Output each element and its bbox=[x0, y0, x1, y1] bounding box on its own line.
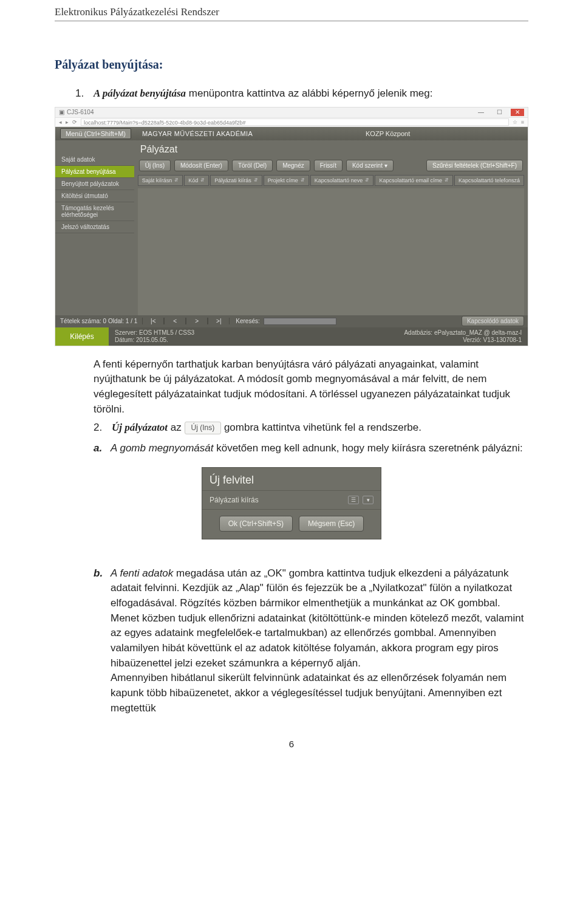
list-item-1: 1. A pályázat benyújtása menüpontra katt… bbox=[75, 86, 528, 101]
record-count: Tételek száma: 0 Oldal: 1 / 1 bbox=[55, 318, 142, 324]
dialog-field-row: Pályázati kiírás ☰ ▾ bbox=[202, 490, 381, 509]
cancel-button[interactable]: Mégsem (Esc) bbox=[299, 516, 364, 532]
nav-back-icon[interactable]: ◂ bbox=[59, 119, 62, 125]
sidebar-item-tamogatas[interactable]: Támogatás kezelés elérhetőségei bbox=[55, 202, 134, 221]
related-data-button[interactable]: Kapcsolódó adatok bbox=[462, 316, 524, 326]
page-number: 6 bbox=[55, 739, 528, 749]
list-item-b: b. A fenti adatok megadása után az „OK" … bbox=[94, 566, 528, 716]
sort-icon: ⇵ bbox=[254, 177, 258, 183]
edit-button[interactable]: Módosít (Enter) bbox=[174, 160, 228, 171]
exit-button[interactable]: Kilépés bbox=[55, 327, 109, 346]
dialog-buttons: Ok (Ctrl+Shift+S) Mégsem (Esc) bbox=[202, 509, 381, 539]
col-kod[interactable]: Kód⇵ bbox=[184, 175, 209, 186]
sidebar-item-palyazat-benyujtasa[interactable]: Pályázat benyújtása bbox=[55, 166, 134, 178]
col-palyazati-kiiras[interactable]: Pályázati kiírás⇵ bbox=[210, 175, 262, 186]
main-panel: Pályázat Új (Ins) Módosít (Enter) Töröl … bbox=[134, 140, 528, 315]
new-button[interactable]: Új (Ins) bbox=[139, 160, 171, 171]
screenshot-app: ▣ CJS-6104 — ☐ ✕ ◂ ▸ ⟳ localhost:7779/Ma… bbox=[55, 107, 528, 346]
list-number: 1. bbox=[75, 86, 94, 101]
paragraph-after-shot1: A fenti képernyőn tarthatjuk karban beny… bbox=[94, 357, 528, 417]
emph: A gomb megnyomását bbox=[111, 442, 213, 454]
col-kapcs-email[interactable]: Kapcsolattartó email címe⇵ bbox=[375, 175, 453, 186]
ver-value: V13-130708-1 bbox=[483, 337, 522, 343]
screenshot-dialog: Új felvitel Pályázati kiírás ☰ ▾ Ok (Ctr… bbox=[202, 467, 381, 539]
text: menüpontra kattintva az alábbi képernyő … bbox=[186, 87, 432, 99]
chevron-down-icon[interactable]: ▾ bbox=[363, 496, 373, 504]
server-label: Szerver: bbox=[115, 329, 137, 336]
db-label: Adatbázis: bbox=[404, 329, 432, 336]
menu-button[interactable]: Menü (Ctrl+Shift+M) bbox=[60, 128, 131, 139]
text: megadása után az „OK" gombra kattintva t… bbox=[111, 567, 523, 714]
sidebar-item-sajat-adatok[interactable]: Saját adatok bbox=[55, 154, 134, 166]
browser-tab[interactable]: ▣ CJS-6104 bbox=[59, 109, 94, 115]
pager-first[interactable]: |< bbox=[142, 318, 164, 324]
date-value: 2015.05.05. bbox=[136, 337, 168, 343]
section-title: Pályázat benyújtása: bbox=[55, 58, 528, 72]
header-rule bbox=[55, 21, 528, 21]
nav-reload-icon[interactable]: ⟳ bbox=[72, 119, 77, 125]
app-title: MAGYAR MŰVÉSZETI AKADÉMIA bbox=[142, 130, 253, 137]
doc-header: Elektronikus Pályázatkezelési Rendszer bbox=[55, 6, 528, 21]
sort-icon: ⇵ bbox=[174, 177, 179, 183]
search-input[interactable] bbox=[264, 318, 336, 325]
filter-button[interactable]: Szűrési feltételek (Ctrl+Shift+F) bbox=[426, 160, 523, 171]
sort-button[interactable]: Kód szerint ▾ bbox=[346, 160, 394, 171]
app-topbar: Menü (Ctrl+Shift+M) MAGYAR MŰVÉSZETI AKA… bbox=[55, 127, 528, 140]
dialog-title: Új felvitel bbox=[202, 468, 381, 490]
refresh-button[interactable]: Frissít bbox=[314, 160, 343, 171]
status-bar: Tételek száma: 0 Oldal: 1 / 1 |< < > >| … bbox=[55, 315, 528, 327]
list-number: 2. bbox=[94, 420, 112, 435]
pager-prev[interactable]: < bbox=[164, 318, 186, 324]
data-grid[interactable] bbox=[138, 188, 524, 315]
col-kapcs-tel[interactable]: Kapcsolattartó telefonszá bbox=[454, 175, 524, 186]
toolbar: Új (Ins) Módosít (Enter) Töröl (Del) Meg… bbox=[134, 160, 528, 175]
sort-icon: ⇵ bbox=[365, 177, 369, 183]
list-letter: b. bbox=[94, 566, 111, 716]
list-item-2: 2. Új pályázatot az Új (Ins) gombra katt… bbox=[94, 420, 528, 435]
center-label: KOZP Központ bbox=[366, 130, 410, 137]
text: az bbox=[168, 422, 184, 433]
delete-button[interactable]: Töröl (Del) bbox=[232, 160, 273, 171]
sidebar-item-utmutato[interactable]: Kitöltési útmutató bbox=[55, 190, 134, 202]
browser-menu-icon[interactable]: ≡ bbox=[521, 119, 524, 125]
nav-fwd-icon[interactable]: ▸ bbox=[66, 119, 69, 125]
col-kapcs-neve[interactable]: Kapcsolattartó neve⇵ bbox=[310, 175, 374, 186]
sort-icon: ⇵ bbox=[301, 177, 305, 183]
pager-last[interactable]: >| bbox=[208, 318, 230, 324]
footer-bar: Kilépés Szerver: EOS HTML5 / CSS3 Dátum:… bbox=[55, 327, 528, 346]
panel-title: Pályázat bbox=[134, 140, 528, 160]
browser-urlbar: ◂ ▸ ⟳ localhost:7779/Main?s=d5228af5-52c… bbox=[55, 117, 528, 127]
ok-button[interactable]: Ok (Ctrl+Shift+S) bbox=[219, 516, 293, 532]
emph: A fenti adatok bbox=[111, 567, 173, 579]
column-headers: Saját kiírásn⇵ Kód⇵ Pályázati kiírás⇵ Pr… bbox=[134, 175, 528, 186]
server-value: EOS HTML5 / CSS3 bbox=[139, 329, 194, 336]
col-sajat-kiirason[interactable]: Saját kiírásn⇵ bbox=[138, 175, 183, 186]
search-label: Keresés: bbox=[236, 318, 259, 324]
inline-new-button: Új (Ins) bbox=[185, 422, 222, 434]
view-button[interactable]: Megnéz bbox=[276, 160, 310, 171]
sidebar-item-benyujtott[interactable]: Benyújtott pályázatok bbox=[55, 178, 134, 190]
sidebar: Saját adatok Pályázat benyújtása Benyújt… bbox=[55, 140, 134, 315]
browser-tab-label: CJS-6104 bbox=[67, 109, 94, 115]
browser-tabstrip: ▣ CJS-6104 — ☐ ✕ bbox=[55, 108, 528, 117]
window-max-icon[interactable]: ☐ bbox=[493, 109, 506, 116]
text: gombra kattintva vihetünk fel a rendszer… bbox=[221, 422, 421, 433]
sort-icon: ⇵ bbox=[445, 177, 449, 183]
pager-next[interactable]: > bbox=[186, 318, 208, 324]
sort-icon: ⇵ bbox=[200, 177, 205, 183]
field-label: Pályázati kiírás bbox=[210, 496, 344, 504]
window-close-icon[interactable]: ✕ bbox=[511, 109, 524, 116]
ver-label: Verzió: bbox=[463, 337, 482, 343]
sidebar-item-jelszo[interactable]: Jelszó változtatás bbox=[55, 221, 134, 233]
col-projekt-cime[interactable]: Projekt címe⇵ bbox=[264, 175, 309, 186]
emph: A pályázat benyújtása bbox=[94, 87, 186, 99]
emph: Új pályázatot bbox=[112, 422, 168, 433]
url-field[interactable]: localhost:7779/Main?s=d5228af5-52c0-4bd8… bbox=[81, 118, 509, 126]
date-label: Dátum: bbox=[115, 337, 134, 343]
db-value: ePalyaztato_MAZ @ delta-maz-l bbox=[434, 329, 522, 336]
bookmark-icon[interactable]: ☆ bbox=[513, 119, 517, 125]
list-letter: a. bbox=[94, 441, 111, 456]
text: követően meg kell adnunk, hogy mely kiír… bbox=[213, 442, 522, 454]
list-icon[interactable]: ☰ bbox=[348, 496, 359, 504]
window-min-icon[interactable]: — bbox=[474, 109, 488, 116]
